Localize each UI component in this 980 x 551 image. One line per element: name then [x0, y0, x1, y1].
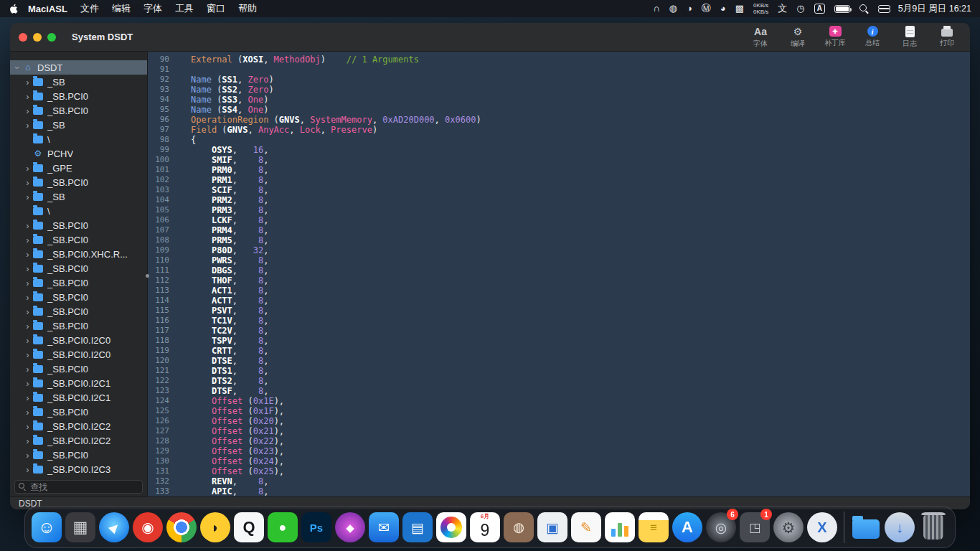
code-line[interactable]: 133 APIC, 8,	[148, 486, 970, 496]
disclosure-arrow-icon[interactable]: ›	[23, 192, 32, 202]
tree-item[interactable]: ›_SB.PCI0	[10, 362, 147, 376]
tree-item[interactable]: ›_SB.PCI0.I2C0	[10, 347, 147, 362]
tree-item[interactable]: ›_SB.PCI0.I2C3	[10, 462, 147, 476]
log-button[interactable]: 日志	[895, 25, 924, 49]
code-line[interactable]: 95Name (SS4, One)	[148, 105, 970, 115]
minimize-button[interactable]	[33, 33, 42, 42]
disclosure-arrow-icon[interactable]: ›	[23, 121, 32, 130]
disclosure-arrow-icon[interactable]: ›	[23, 235, 32, 245]
tree-item[interactable]: ›_SB.PCI0.I2C1	[10, 390, 147, 405]
tree-item[interactable]: ›_SB.PCI0	[10, 89, 147, 103]
tree-item[interactable]: ›_SB.PCI0	[10, 103, 147, 118]
code-line[interactable]: 104 PRM2, 8,	[148, 195, 970, 205]
code-line[interactable]: 108 PRM5, 8,	[148, 235, 970, 245]
menu-item-1[interactable]: 文件	[80, 2, 99, 15]
app-menu[interactable]: MaciASL	[28, 4, 67, 14]
menu-item-5[interactable]: 窗口	[207, 2, 225, 15]
code-line[interactable]: 122 DTS2, 8,	[148, 376, 970, 386]
dock-red-media-app[interactable]: ◉	[132, 510, 164, 545]
disclosure-arrow-icon[interactable]: ›	[23, 364, 32, 374]
dock-downloads[interactable]: ↓	[884, 510, 915, 545]
disclosure-arrow-icon[interactable]: ›	[23, 77, 32, 87]
dock-dark-utility-app[interactable]: ◳1	[739, 510, 771, 545]
dock-photoshop[interactable]: Ps	[301, 510, 332, 545]
tree-item[interactable]: ⚙PCHV	[10, 146, 147, 161]
search-field[interactable]	[14, 480, 143, 494]
disclosure-arrow-icon[interactable]: ›	[23, 278, 32, 288]
dock-system-info-app[interactable]: ▣	[537, 510, 568, 545]
dock-trash[interactable]	[918, 510, 949, 545]
disclosure-arrow-icon[interactable]: ›	[23, 436, 32, 446]
code-line[interactable]: 130 Offset (0x24),	[148, 456, 970, 466]
dock-blue-docs-app[interactable]: ▤	[402, 510, 433, 545]
compile-button[interactable]: ⚙ 编译	[783, 25, 812, 49]
code-line[interactable]: 109 P80D, 32,	[148, 245, 970, 255]
code-line[interactable]: 90External (XOSI, MethodObj) // 1 Argume…	[148, 55, 970, 65]
tree-item[interactable]: \	[10, 132, 147, 146]
code-line[interactable]: 115 PSVT, 8,	[148, 306, 970, 316]
tree-item[interactable]: ›_SB.PCI0	[10, 175, 147, 189]
dock-pencil-app[interactable]: ✎	[570, 510, 602, 545]
code-line[interactable]: 103 SCIF, 8,	[148, 185, 970, 195]
disclosure-arrow-icon[interactable]: ›	[23, 336, 32, 345]
tree-item[interactable]: ›_SB.PCI0	[10, 304, 147, 319]
battery-icon[interactable]	[834, 5, 850, 13]
code-line[interactable]: 97Field (GNVS, AnyAcc, Lock, Preserve)	[148, 125, 970, 135]
disclosure-arrow-icon[interactable]: ›	[23, 422, 32, 431]
code-line[interactable]: 128 Offset (0x22),	[148, 436, 970, 446]
spotlight-icon[interactable]	[859, 4, 869, 14]
network-speed-indicator[interactable]: 0KB/s 0KB/s	[753, 2, 768, 15]
tree-item[interactable]: ›_SB	[10, 118, 147, 132]
disclosure-arrow-icon[interactable]: ›	[23, 393, 32, 402]
code-line[interactable]: 123 DTSF, 8,	[148, 386, 970, 396]
disclosure-arrow-icon[interactable]: ›	[23, 379, 32, 388]
dock-yellow-music-app[interactable]: ◗	[199, 510, 231, 545]
code-line[interactable]: 102 PRM1, 8,	[148, 175, 970, 185]
disclosure-arrow-icon[interactable]: ›	[23, 178, 32, 187]
code-line[interactable]: 129 Offset (0x23),	[148, 446, 970, 456]
tree-item[interactable]: ›_SB.PCI0	[10, 448, 147, 462]
tree-item[interactable]: ›_SB	[10, 189, 147, 204]
tree-item[interactable]: ›_SB.PCI0	[10, 319, 147, 333]
code-line[interactable]: 101 PRM0, 8,	[148, 165, 970, 175]
disclosure-arrow-icon[interactable]: ›	[23, 293, 32, 302]
code-line[interactable]: 114 ACTT, 8,	[148, 296, 970, 306]
disclosure-arrow-icon[interactable]: ›	[23, 451, 32, 460]
status-app-icon-m[interactable]: Ⓜ	[702, 0, 711, 17]
status-app-icon-4[interactable]: ▩	[735, 0, 744, 17]
code-line[interactable]: 94Name (SS3, One)	[148, 95, 970, 105]
code-line[interactable]: 96OperationRegion (GNVS, SystemMemory, 0…	[148, 115, 970, 125]
code-line[interactable]: 132 REVN, 8,	[148, 476, 970, 486]
code-line[interactable]: 92Name (SS1, Zero)	[148, 75, 970, 85]
tree-item[interactable]: ›_SB.PCI0.XHC.R...	[10, 247, 147, 261]
search-input[interactable]	[30, 482, 138, 492]
code-line[interactable]: 105 PRM3, 8,	[148, 205, 970, 215]
dock-camera-lens-app[interactable]: ◎6	[705, 510, 737, 545]
disclosure-arrow-icon[interactable]: ›	[23, 164, 32, 173]
code-line[interactable]: 91	[148, 65, 970, 75]
dock-notes-app[interactable]: ≡	[638, 510, 669, 545]
dock-finder[interactable]: ☺	[31, 510, 62, 545]
disclosure-arrow-icon[interactable]: ›	[23, 321, 32, 331]
menu-item-4[interactable]: 工具	[175, 2, 194, 15]
code-line[interactable]: 119 CRTT, 8,	[148, 346, 970, 356]
disclosure-arrow-icon[interactable]: ›	[23, 92, 32, 101]
tree-item[interactable]: ›_SB	[10, 75, 147, 89]
disclosure-arrow-icon[interactable]: ›	[23, 307, 32, 316]
menu-item-6[interactable]: 帮助	[238, 2, 257, 15]
dock-blue-x-app[interactable]: X	[806, 510, 838, 545]
tree-item[interactable]: ›_GPE	[10, 161, 147, 175]
status-app-icon-1[interactable]: ◍	[669, 0, 677, 17]
code-line[interactable]: 131 Offset (0x25),	[148, 466, 970, 476]
fonts-button[interactable]: Aa 字体	[746, 25, 775, 49]
dock-brown-app[interactable]: ◍	[503, 510, 534, 545]
code-line[interactable]: 113 ACT1, 8,	[148, 286, 970, 296]
code-line[interactable]: 112 THOF, 8,	[148, 276, 970, 286]
disclosure-arrow-icon[interactable]: ›	[23, 465, 32, 474]
dock-calendar[interactable]: 6月9	[469, 510, 501, 545]
tree-item[interactable]: ›_SB.PCI0.I2C1	[10, 376, 147, 390]
disclosure-arrow-icon[interactable]: ›	[23, 350, 32, 359]
code-line[interactable]: 93Name (SS2, Zero)	[148, 85, 970, 95]
tree-item[interactable]: ›_SB.PCI0	[10, 218, 147, 232]
code-line[interactable]: 121 DTS1, 8,	[148, 366, 970, 376]
